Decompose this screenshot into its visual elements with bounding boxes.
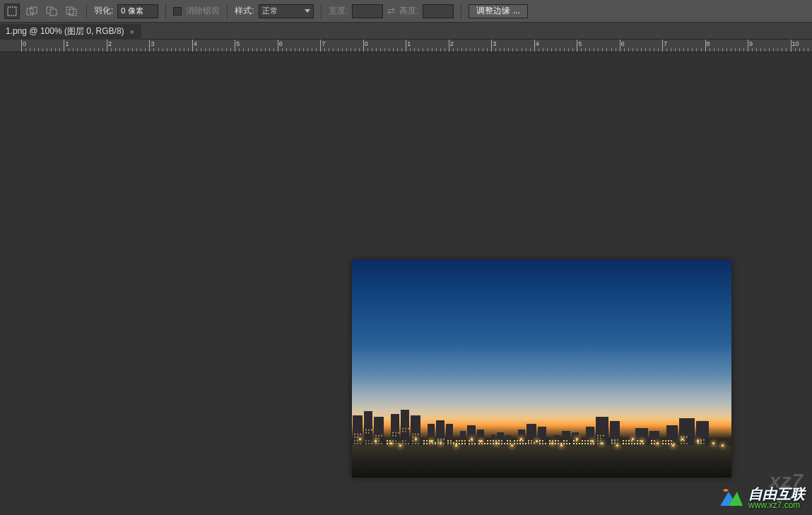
feather-label: 羽化: bbox=[94, 5, 113, 17]
feather-input[interactable] bbox=[117, 4, 158, 18]
close-icon[interactable]: × bbox=[130, 28, 134, 36]
selection-new-icon[interactable] bbox=[4, 4, 20, 19]
divider bbox=[227, 4, 228, 19]
selection-intersect-icon[interactable] bbox=[64, 4, 79, 19]
watermark-title: 自由互联 bbox=[748, 487, 805, 501]
width-input bbox=[352, 4, 383, 18]
divider bbox=[321, 4, 322, 19]
canvas-area[interactable]: xz7 自由互联 www.xz7.com bbox=[0, 52, 812, 515]
svg-rect-2 bbox=[30, 7, 37, 13]
options-bar: 羽化: 消除锯齿 样式: 正常 宽度: ⇄ 高度: 调整边缘 ... bbox=[0, 0, 812, 23]
document-tab-title: 1.png @ 100% (图层 0, RGB/8) bbox=[6, 25, 124, 37]
selection-subtract-icon[interactable] bbox=[44, 4, 59, 19]
svg-rect-0 bbox=[8, 7, 16, 16]
swap-icon: ⇄ bbox=[387, 6, 395, 16]
watermark-url: www.xz7.com bbox=[748, 501, 805, 509]
height-label: 高度: bbox=[399, 5, 418, 17]
antialias-checkbox bbox=[173, 7, 182, 16]
chevron-down-icon bbox=[305, 9, 310, 13]
svg-rect-4 bbox=[50, 9, 57, 16]
refine-edge-button[interactable]: 调整边缘 ... bbox=[469, 4, 527, 18]
svg-rect-6 bbox=[69, 9, 76, 16]
svg-rect-5 bbox=[66, 7, 73, 14]
divider bbox=[86, 4, 87, 19]
antialias-label: 消除锯齿 bbox=[186, 5, 220, 17]
svg-rect-1 bbox=[27, 8, 33, 15]
height-input bbox=[423, 4, 454, 18]
watermark-logo-icon bbox=[719, 487, 744, 509]
watermark-text: 自由互联 www.xz7.com bbox=[748, 487, 805, 509]
canvas-image bbox=[352, 260, 731, 478]
divider bbox=[165, 4, 166, 19]
image-water bbox=[352, 445, 731, 478]
document-tab[interactable]: 1.png @ 100% (图层 0, RGB/8) × bbox=[0, 24, 141, 40]
width-label: 宽度: bbox=[329, 5, 348, 17]
style-select[interactable]: 正常 bbox=[259, 4, 314, 18]
ruler-horizontal: 01234567012345678910 bbox=[0, 40, 812, 52]
watermark: 自由互联 www.xz7.com bbox=[719, 487, 805, 509]
document-tab-bar: 1.png @ 100% (图层 0, RGB/8) × bbox=[0, 23, 812, 40]
selection-add-icon[interactable] bbox=[24, 4, 40, 19]
style-value: 正常 bbox=[262, 6, 278, 16]
divider bbox=[461, 4, 461, 19]
style-label: 样式: bbox=[235, 5, 254, 17]
